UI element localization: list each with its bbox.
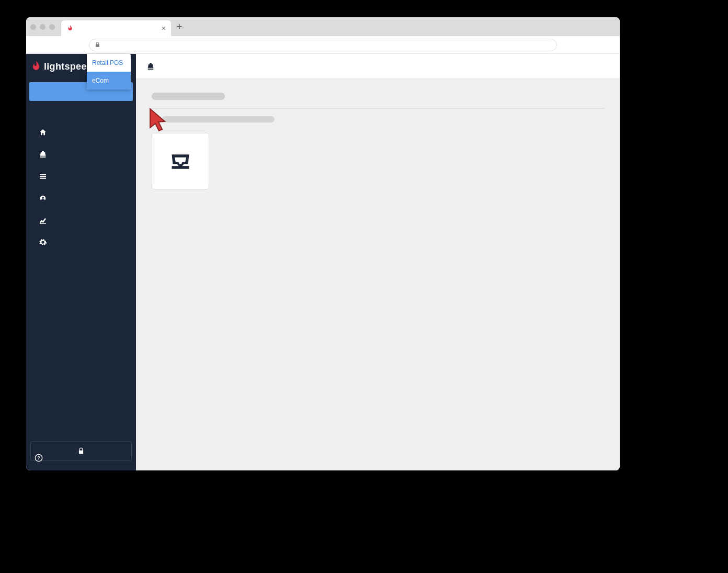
nav-register[interactable]: [38, 149, 48, 160]
brand-logo[interactable]: lightspeed Retail POS eCom: [26, 54, 136, 79]
nav-settings[interactable]: [38, 237, 48, 248]
user-icon: [39, 194, 47, 203]
switcher-option-retail[interactable]: Retail POS: [87, 54, 131, 72]
filter-row: [152, 116, 604, 122]
lock-icon: [95, 42, 100, 48]
register-icon: [146, 62, 155, 71]
main-content: [136, 54, 620, 470]
checkbox[interactable]: [152, 116, 158, 122]
nav-reports[interactable]: [38, 215, 48, 226]
brand-name: lightspeed: [44, 61, 93, 72]
close-icon[interactable]: ×: [162, 24, 166, 32]
help-button[interactable]: ?: [35, 454, 43, 464]
page-title-skeleton: [152, 93, 225, 100]
gear-icon: [39, 238, 47, 246]
nav-inventory[interactable]: [38, 171, 48, 182]
register-icon: [39, 150, 47, 159]
browser-window: × + lightspeed Retail POS eCom: [26, 17, 620, 470]
nav-home[interactable]: [38, 127, 48, 138]
traffic-zoom[interactable]: [49, 24, 55, 30]
nav-customers[interactable]: [38, 193, 48, 204]
window-controls[interactable]: [30, 24, 55, 30]
chart-icon: [39, 216, 47, 224]
register-card[interactable]: [152, 133, 209, 189]
content-header: [136, 54, 620, 79]
help-icon: ?: [35, 454, 43, 462]
svg-text:?: ?: [37, 455, 40, 460]
lock-icon: [77, 447, 85, 455]
divider: [152, 108, 604, 109]
flame-icon: [31, 61, 41, 72]
address-bar[interactable]: [89, 39, 557, 51]
browser-toolbar: [26, 36, 620, 54]
home-icon: [39, 128, 47, 137]
inbox-icon: [169, 150, 192, 173]
switcher-option-ecom[interactable]: eCom: [87, 72, 131, 89]
layers-icon: [39, 172, 47, 181]
browser-tab[interactable]: ×: [61, 20, 171, 36]
browser-tab-strip: × +: [26, 17, 620, 36]
traffic-minimize[interactable]: [40, 24, 46, 30]
traffic-close[interactable]: [30, 24, 36, 30]
flame-icon: [66, 25, 74, 32]
new-tab-button[interactable]: +: [171, 21, 188, 32]
app-shell: lightspeed Retail POS eCom: [26, 54, 620, 470]
filter-label-skeleton: [162, 116, 275, 122]
sidebar-nav: [26, 127, 136, 248]
sidebar: lightspeed Retail POS eCom: [26, 54, 136, 470]
svg-point-1: [42, 197, 44, 199]
content-body: [136, 79, 620, 203]
lock-register-button[interactable]: [30, 441, 132, 461]
product-switcher-menu: Retail POS eCom: [87, 54, 131, 89]
